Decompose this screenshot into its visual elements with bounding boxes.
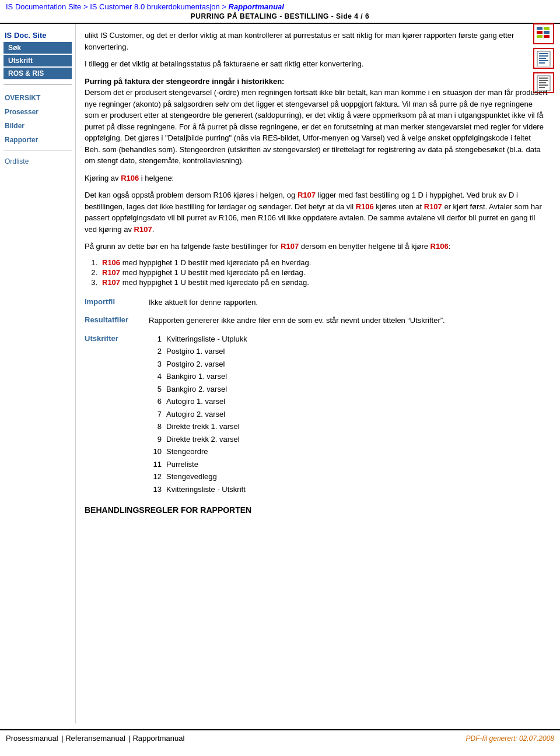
bestilling-heading-para: På grunn av dette bør en ha følgende fas… <box>85 241 548 252</box>
utskrift-text: Autogiro 2. varsel <box>166 409 548 420</box>
sidebar-divider-2 <box>4 150 72 150</box>
para-3: Purring på faktura der stengeordre inngå… <box>85 76 548 167</box>
sidebar-section-oversikt[interactable]: OVERSIKT <box>0 89 75 103</box>
list-text: R107 med hyppighet 1 U bestilt med kjøre… <box>102 268 548 277</box>
r106-label-2: R106 <box>356 202 374 211</box>
utskrift-item: 1 Kvitteringsliste - Utplukk <box>149 333 548 345</box>
importfil-content: Ikke aktuelt for denne rapporten. <box>149 297 548 308</box>
kjoring-body-para: Det kan også oppstå problem dersom R106 … <box>85 189 548 235</box>
list-item: 3. R107 med hyppighet 1 U bestilt med kj… <box>85 278 548 287</box>
footer-link-referansemanual[interactable]: Referansemanual <box>65 734 125 743</box>
list-item: 1. R106 med hyppighet 1 D bestilt med kj… <box>85 258 548 267</box>
main-content: ulikt IS Customer, og det er derfor vikt… <box>76 24 560 723</box>
importfil-label: Importfil <box>85 297 149 306</box>
utskrift-text: Kvitteringsliste - Utplukk <box>166 333 548 345</box>
r107-label-2: R107 <box>424 202 442 211</box>
behandling-heading: BEHANDLINGSREGLER FOR RAPPORTEN <box>85 505 548 515</box>
r106-label-3: R106 <box>430 242 449 251</box>
utskrift-num: 4 <box>149 371 166 382</box>
utskrift-item: 2 Postgiro 1. varsel <box>149 346 548 357</box>
utskrift-item: 6 Autogiro 1. varsel <box>149 396 548 407</box>
page-footer: Prosessmanual | Referansemanual | Rappor… <box>0 729 560 746</box>
utskrift-num: 13 <box>149 484 166 495</box>
utskrift-num: 10 <box>149 446 166 458</box>
sidebar-item-ordliste[interactable]: Ordliste <box>0 155 75 167</box>
utskrift-text: Stengevedlegg <box>166 471 548 483</box>
utskrift-num: 7 <box>149 409 166 420</box>
sidebar-item-sok[interactable]: Søk <box>4 42 72 54</box>
main-layout: IS Doc. Site Søk Utskrift ROS & RIS OVER… <box>0 24 560 723</box>
list-text: R107 med hyppighet 1 U bestilt med kjøre… <box>102 278 548 287</box>
r107-label-1: R107 <box>298 191 316 199</box>
utskrifter-row: Utskrifter 1 Kvitteringsliste - Utplukk … <box>85 333 548 497</box>
list-num: 1. <box>85 258 102 267</box>
list-item: 2. R107 med hyppighet 1 U bestilt med kj… <box>85 268 548 277</box>
utskrift-num: 8 <box>149 421 166 432</box>
r106-label-1: R106 <box>121 174 139 182</box>
breadcrumb-link-3[interactable]: Rapportmanual <box>229 2 284 11</box>
r107-label-4: R107 <box>281 242 299 251</box>
breadcrumb-sep1: > <box>83 2 90 11</box>
utskrift-text: Stengeordre <box>166 446 548 458</box>
utskrift-text: Direkte trekk 2. varsel <box>166 434 548 445</box>
utskrift-text: Direkte trekk 1. varsel <box>166 421 548 432</box>
utskrift-num: 6 <box>149 396 166 407</box>
list-text: R106 med hyppighet 1 D bestilt med kjøre… <box>102 258 548 267</box>
resultatfiler-row: Resultatfiler Rapporten genererer ikke a… <box>85 315 548 326</box>
footer-link-rapportmanual[interactable]: Rapportmanual <box>132 734 184 743</box>
kjoring-heading-para: Kjøring av R106 i helgene: <box>85 173 548 184</box>
sidebar: IS Doc. Site Søk Utskrift ROS & RIS OVER… <box>0 24 76 723</box>
r107-label-3: R107 <box>134 225 152 234</box>
page-header: IS Documentation Site > IS Customer 8.0 … <box>0 0 560 24</box>
utskrift-num: 12 <box>149 471 166 483</box>
footer-generated: PDF-fil generert: 02.07.2008 <box>466 734 554 743</box>
utskrift-num: 2 <box>149 346 166 357</box>
utskrift-text: Kvitteringsliste - Utskrift <box>166 484 548 495</box>
sidebar-section-rapporter[interactable]: Rapporter <box>0 131 75 145</box>
page-subtitle: PURRING PÅ BETALING - BESTILLING - Side … <box>6 12 554 20</box>
utskrift-num: 9 <box>149 434 166 445</box>
utskrift-num: 1 <box>149 333 166 345</box>
utskrift-item: 13 Kvitteringsliste - Utskrift <box>149 484 548 495</box>
breadcrumb-link-2[interactable]: IS Customer 8.0 brukerdokumentasjon <box>90 2 220 11</box>
breadcrumb-link-1[interactable]: IS Documentation Site <box>6 2 81 11</box>
utskrift-item: 8 Direkte trekk 1. varsel <box>149 421 548 432</box>
list-num: 3. <box>85 278 102 287</box>
para-3-heading: Purring på faktura der stengeordre inngå… <box>85 77 284 86</box>
sidebar-item-ros-ris[interactable]: ROS & RIS <box>4 68 72 79</box>
utskrift-num: 3 <box>149 358 166 370</box>
utskrift-item: 4 Bankgiro 1. varsel <box>149 371 548 382</box>
sidebar-item-utskrift[interactable]: Utskrift <box>4 55 72 66</box>
utskrift-text: Postgiro 2. varsel <box>166 358 548 370</box>
utskrift-text: Purreliste <box>166 459 548 470</box>
breadcrumb-sep2: > <box>222 2 228 11</box>
list-num: 2. <box>85 268 102 277</box>
utskrifter-label: Utskrifter <box>85 333 149 343</box>
utskrift-item: 12 Stengevedlegg <box>149 471 548 483</box>
footer-links: Prosessmanual | Referansemanual | Rappor… <box>6 734 186 743</box>
utskrift-num: 11 <box>149 459 166 470</box>
utskrift-item: 3 Postgiro 2. varsel <box>149 358 548 370</box>
sidebar-logo: IS Doc. Site <box>0 30 75 41</box>
sidebar-section-prosesser[interactable]: Prosesser <box>0 103 75 117</box>
importfil-row: Importfil Ikke aktuelt for denne rapport… <box>85 297 548 308</box>
utskrift-text: Bankgiro 2. varsel <box>166 384 548 395</box>
utskrift-text: Autogiro 1. varsel <box>166 396 548 407</box>
resultatfiler-content: Rapporten genererer ikke andre filer enn… <box>149 315 548 326</box>
para-2: I tillegg er det viktig at betalingsstat… <box>85 58 548 70</box>
footer-link-prosessmanual[interactable]: Prosessmanual <box>6 734 58 743</box>
list-items: 1. R106 med hyppighet 1 D bestilt med kj… <box>85 258 548 287</box>
utskrift-item: 5 Bankgiro 2. varsel <box>149 384 548 395</box>
utskrift-num: 5 <box>149 384 166 395</box>
resultatfiler-label: Resultatfiler <box>85 315 149 324</box>
sidebar-divider-1 <box>4 84 72 85</box>
utskrift-text: Postgiro 1. varsel <box>166 346 548 357</box>
sidebar-section-bilder[interactable]: Bilder <box>0 117 75 131</box>
utskrift-item: 11 Purreliste <box>149 459 548 470</box>
utskrift-item: 9 Direkte trekk 2. varsel <box>149 434 548 445</box>
utskrift-text: Bankgiro 1. varsel <box>166 371 548 382</box>
utskrift-item: 10 Stengeordre <box>149 446 548 458</box>
breadcrumb: IS Documentation Site > IS Customer 8.0 … <box>6 2 554 11</box>
utskrift-item: 7 Autogiro 2. varsel <box>149 409 548 420</box>
para-1: ulikt IS Customer, og det er derfor vikt… <box>85 30 548 52</box>
